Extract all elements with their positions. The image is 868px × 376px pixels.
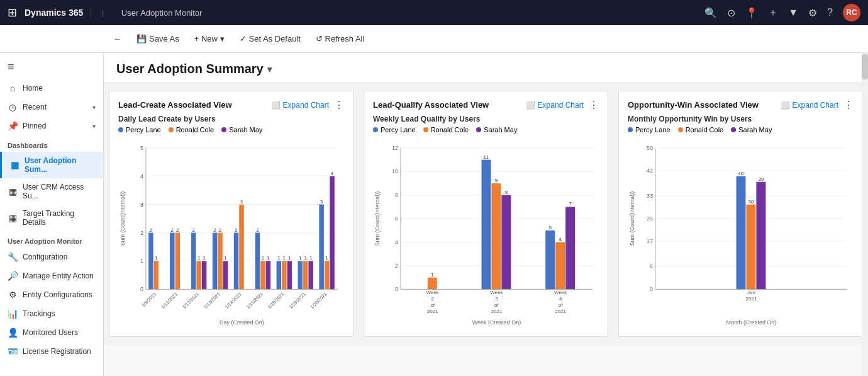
scrollbar-track[interactable] xyxy=(862,53,868,376)
sidebar-monitored-users-label: Monitored Users xyxy=(23,328,96,337)
main-content: User Adoption Summary ▾ Lead-Create Asso… xyxy=(104,53,868,376)
legend-label-3-2: Sarah May xyxy=(738,126,772,134)
legend-item-2-2: Sarah May xyxy=(476,126,517,134)
bar-label-2-s2-v1: 8 xyxy=(505,190,508,195)
bar-label-1-s1-v6: 1 xyxy=(283,255,286,261)
sidebar-item-target-tracking[interactable]: ▦ Target Tracking Details xyxy=(0,205,103,231)
chart-title-3: Opportunity-Win Associated View xyxy=(628,100,781,110)
bar-1-s0-v3 xyxy=(213,233,217,290)
bar-1-s0-v1 xyxy=(170,233,174,290)
expand-chart-button-1[interactable]: ⬜ Expand Chart xyxy=(271,101,329,110)
scrollbar-thumb[interactable] xyxy=(862,54,868,79)
chart-subtitle-1: Daily Lead Create by Users xyxy=(118,115,344,123)
settings-check-icon[interactable]: ⊙ xyxy=(727,7,735,19)
sidebar-item-monitored-users[interactable]: 👤 Monitored Users xyxy=(0,323,103,342)
sidebar-toggle[interactable]: ≡ xyxy=(0,55,103,79)
home-icon: ⌂ xyxy=(8,83,18,93)
bar-1-s2-v5 xyxy=(266,261,270,289)
refresh-button[interactable]: ↺ Refresh All xyxy=(309,31,370,47)
y-tick-label: 3 xyxy=(140,202,143,208)
sidebar-item-user-crm-access[interactable]: ▦ User CRM Access Su... xyxy=(0,178,103,205)
bar-label-1-s1-v1: 2 xyxy=(176,227,179,233)
bar-2-s0-v2 xyxy=(545,231,555,290)
x-tick-label-1-2: 1/12/2021 xyxy=(181,291,200,310)
dashboards-section-label: Dashboards xyxy=(0,135,103,152)
new-button[interactable]: + New ▾ xyxy=(188,31,231,47)
legend-item-1-2: Sarah May xyxy=(221,126,262,134)
main-layout: ≡ ⌂ Home ◷ Recent ▾ 📌 Pinned ▾ Dashboard… xyxy=(0,53,868,376)
search-icon[interactable]: 🔍 xyxy=(704,7,717,19)
user-avatar[interactable]: RC xyxy=(843,4,860,21)
sidebar-pinned-label: Pinned xyxy=(23,122,87,130)
sidebar-item-configuration[interactable]: 🔧 Configuration xyxy=(0,248,103,266)
legend-label-1-2: Sarah May xyxy=(229,126,262,134)
sidebar-item-home[interactable]: ⌂ Home xyxy=(0,79,103,98)
filter-icon[interactable]: ▼ xyxy=(788,7,798,18)
page-title-chevron-icon[interactable]: ▾ xyxy=(267,64,272,74)
bar-label-1-s1-v2: 1 xyxy=(198,255,201,261)
bar-1-s2-v6 xyxy=(287,261,292,289)
y-tick-label: 0 xyxy=(140,286,143,292)
sidebar-target-tracking-label: Target Tracking Details xyxy=(23,209,96,227)
configuration-icon: 🔧 xyxy=(8,252,18,262)
bar-label-1-s1-v4: 3 xyxy=(240,199,243,205)
sidebar-item-recent[interactable]: ◷ Recent ▾ xyxy=(0,98,103,117)
sidebar-item-entity-config[interactable]: ⚙ Entity Configurations xyxy=(0,285,103,304)
chart-svg-1: Sum (Count(Internal))0123345222222113121… xyxy=(118,139,344,327)
bar-label-2-s0-v2: 5 xyxy=(548,225,552,231)
y-tick-label: 0 xyxy=(395,286,398,292)
manage-entity-icon: 🔎 xyxy=(8,271,18,281)
sidebar-item-trackings[interactable]: 📊 Trackings xyxy=(0,304,103,323)
legend-dot-1-1 xyxy=(169,127,174,132)
expand-chart-button-2[interactable]: ⬜ Expand Chart xyxy=(526,101,584,110)
bar-label-2-s1-v0: 1 xyxy=(431,272,434,278)
sidebar-item-license-registration[interactable]: 🪪 License Registration xyxy=(0,342,103,361)
chart-header-3: Opportunity-Win Associated View ⬜ Expand… xyxy=(628,99,854,111)
dropdown-chevron-icon: ▾ xyxy=(220,34,225,43)
bar-label-1-s1-v3: 2 xyxy=(219,227,222,233)
sidebar-item-manage-entity[interactable]: 🔎 Manage Entity Action xyxy=(0,266,103,285)
legend-dot-3-1 xyxy=(678,127,683,132)
bar-label-1-s2-v6: 1 xyxy=(288,255,291,261)
x-tick-label-2-2: Week xyxy=(554,290,567,295)
x-tick-label-3-0: Jan xyxy=(747,290,755,295)
app-grid-icon[interactable]: ⊞ xyxy=(8,6,17,20)
legend-item-2-1: Ronald Cole xyxy=(423,126,469,134)
legend-item-1-0: Percy Lane xyxy=(118,126,161,134)
chart-panel-1: Lead-Create Associated View ⬜ Expand Cha… xyxy=(109,91,353,337)
bar-1-s0-v5 xyxy=(255,233,260,290)
bar-label-1-s2-v2: 1 xyxy=(203,255,206,261)
expand-chart-button-3[interactable]: ⬜ Expand Chart xyxy=(781,101,838,110)
bar-1-s1-v4 xyxy=(239,205,243,290)
sidebar-item-pinned[interactable]: 📌 Pinned ▾ xyxy=(0,117,103,135)
expand-icon-2: ⬜ xyxy=(526,101,535,110)
bar-1-s2-v3 xyxy=(223,261,228,289)
sidebar-manage-entity-label: Manage Entity Action xyxy=(23,271,96,280)
dashboard-grid-icon-3: ▦ xyxy=(8,213,18,223)
sidebar-user-crm-access-label: User CRM Access Su... xyxy=(23,183,96,200)
chart-header-2: Lead-Qualify Associated View ⬜ Expand Ch… xyxy=(373,99,599,111)
bar-label-3-s0-v0: 40 xyxy=(738,171,744,176)
save-as-button[interactable]: 💾 Save As xyxy=(130,31,186,47)
back-button[interactable]: ← xyxy=(107,31,128,47)
chart-more-button-3[interactable]: ⋮ xyxy=(843,99,854,111)
y-tick-label: 0 xyxy=(650,286,653,292)
x-tick-label-1-5: 1/15/2021 xyxy=(245,291,264,310)
x-tick-label-2-1: Week xyxy=(490,290,503,295)
help-icon[interactable]: ? xyxy=(827,7,833,18)
recent-chevron-icon: ▾ xyxy=(92,104,96,111)
brand-name: Dynamics 365 xyxy=(25,8,91,18)
chart-more-button-2[interactable]: ⋮ xyxy=(589,99,599,111)
set-default-button[interactable]: ✓ Set As Default xyxy=(233,31,307,47)
gear-icon[interactable]: ⚙ xyxy=(808,7,817,19)
sidebar-license-label: License Registration xyxy=(23,347,96,356)
bar-2-s1-v1 xyxy=(491,183,501,289)
bar-1-s2-v8 xyxy=(330,176,334,289)
add-icon[interactable]: ＋ xyxy=(768,6,778,20)
sidebar-item-user-adoption-sum[interactable]: ▦ User Adoption Sum... xyxy=(0,152,103,178)
bar-3-s0-v0 xyxy=(737,176,746,289)
chart-more-button-1[interactable]: ⋮ xyxy=(334,99,344,111)
bar-label-2-s1-v2: 4 xyxy=(559,237,562,242)
x-tick-label-2-0: of xyxy=(430,302,435,308)
location-icon[interactable]: 📍 xyxy=(745,7,758,19)
